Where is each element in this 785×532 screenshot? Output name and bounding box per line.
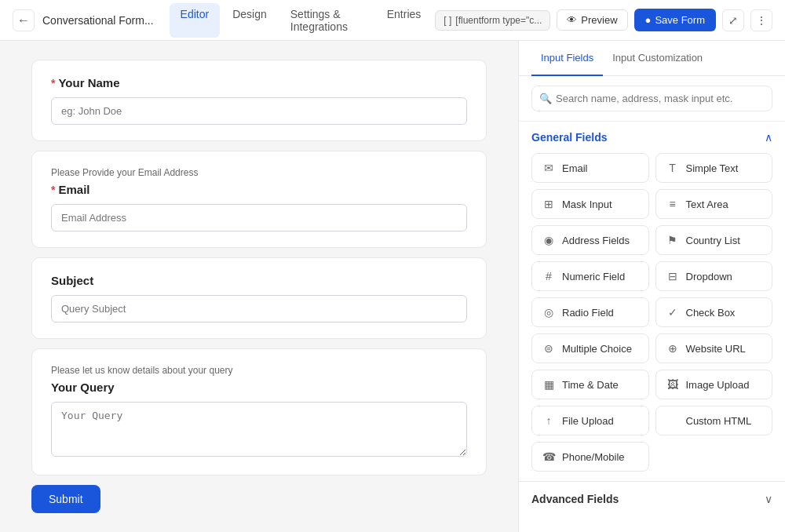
save-label: Save Form [655, 14, 705, 26]
field-icon-simple-text: T [666, 162, 680, 174]
field-label-query: Your Query [51, 381, 467, 394]
field-label-website-url: Website URL [686, 343, 746, 355]
field-label-custom-html: Custom HTML [686, 415, 752, 427]
search-input[interactable] [531, 86, 772, 111]
save-icon: ● [645, 14, 652, 26]
field-label-time-date: Time & Date [562, 379, 619, 391]
general-fields-header[interactable]: General Fields ∧ [531, 131, 772, 144]
field-icon-time-date: ▦ [542, 378, 556, 391]
field-label-radio-field: Radio Field [562, 307, 614, 319]
field-label-numeric-field: Numeric Field [562, 271, 625, 282]
tab-input-fields[interactable]: Input Fields [531, 41, 603, 76]
field-icon-check-box: ✓ [666, 306, 680, 319]
field-label-subject: Subject [51, 274, 467, 287]
field-label-check-box: Check Box [686, 307, 736, 319]
nav-tab-settings-&-integrations[interactable]: Settings & Integrations [279, 3, 374, 38]
back-icon: ← [17, 13, 30, 27]
field-item-mask-input[interactable]: ⊞ Mask Input [531, 189, 649, 219]
field-item-multiple-choice[interactable]: ⊜ Multiple Choice [531, 333, 649, 363]
field-item-check-box[interactable]: ✓ Check Box [655, 297, 773, 327]
field-item-country-list[interactable]: ⚑ Country List [655, 225, 773, 255]
field-item-dropdown[interactable]: ⊟ Dropdown [655, 261, 773, 291]
field-label-email: Email [562, 162, 588, 174]
field-input-name[interactable] [51, 97, 467, 125]
tab-input-customization[interactable]: Input Customization [603, 41, 712, 76]
expand-icon-glyph: ⤢ [728, 14, 738, 27]
field-label-multiple-choice: Multiple Choice [562, 343, 632, 355]
nav-tab-entries[interactable]: Entries [376, 3, 433, 38]
field-item-simple-text[interactable]: T Simple Text [655, 153, 773, 183]
preview-button[interactable]: 👁 Preview [557, 9, 627, 31]
preview-icon: 👁 [567, 14, 577, 26]
general-fields-title: General Fields [531, 131, 607, 144]
fields-grid: ✉ Email T Simple Text ⊞ Mask Input ≡ Tex… [531, 153, 772, 472]
top-nav: ← Conversational Form... EditorDesignSet… [0, 0, 785, 41]
panel-tabs: Input Fields Input Customization [519, 41, 785, 76]
form-card-email: Please Provide your Email Address*Email [31, 151, 487, 248]
field-input-subject[interactable] [51, 295, 467, 322]
shortcode-text: [fluentform type="c... [455, 15, 542, 26]
field-label-simple-text: Simple Text [686, 162, 739, 174]
search-icon: 🔍 [539, 93, 552, 104]
shortcode-icon: [ ] [444, 15, 451, 26]
field-label-image-upload: Image Upload [686, 379, 750, 391]
field-label-address-fields: Address Fields [562, 235, 630, 246]
nav-right: [ ] [fluentform type="c... 👁 Preview ● S… [435, 9, 772, 31]
field-icon-image-upload: 🖼 [666, 378, 680, 391]
preview-label: Preview [581, 14, 617, 26]
required-star-email: * [51, 184, 55, 196]
advanced-fields-section[interactable]: Advanced Fields ∨ [519, 481, 785, 516]
nav-back-button[interactable]: ← [13, 9, 35, 31]
field-icon-address-fields: ◉ [542, 234, 556, 246]
field-input-email[interactable] [51, 204, 467, 231]
nav-tab-design[interactable]: Design [221, 3, 278, 38]
form-card-name: *Your Name [31, 60, 487, 141]
field-item-numeric-field[interactable]: # Numeric Field [531, 261, 649, 291]
field-input-query[interactable] [51, 402, 467, 457]
nav-tabs: EditorDesignSettings & IntegrationsEntri… [170, 3, 433, 38]
field-icon-radio-field: ◎ [542, 306, 556, 319]
field-icon-numeric-field: # [542, 270, 556, 282]
field-item-custom-html[interactable]: Custom HTML [655, 406, 773, 435]
field-label-email: *Email [51, 183, 467, 196]
general-fields-chevron: ∧ [765, 131, 772, 144]
nav-title: Conversational Form... [42, 14, 154, 27]
field-icon-email: ✉ [542, 162, 556, 174]
required-star-name: * [51, 77, 55, 89]
field-item-address-fields[interactable]: ◉ Address Fields [531, 225, 649, 255]
field-label-text-area: Text Area [686, 199, 728, 210]
form-card-subject: Subject [31, 257, 487, 339]
more-options-button[interactable]: ⋮ [750, 9, 772, 31]
field-item-radio-field[interactable]: ◎ Radio Field [531, 297, 649, 327]
field-label-phone-mobile: Phone/Mobile [562, 451, 625, 463]
save-form-button[interactable]: ● Save Form [634, 9, 716, 31]
field-item-image-upload[interactable]: 🖼 Image Upload [655, 370, 773, 399]
input-fields-panel: Input Fields Input Customization 🔍 Gener… [518, 41, 785, 532]
field-item-time-date[interactable]: ▦ Time & Date [531, 370, 649, 399]
field-label-dropdown: Dropdown [686, 271, 732, 282]
submit-button[interactable]: Submit [31, 485, 100, 513]
field-icon-website-url: ⊕ [666, 342, 680, 355]
field-item-file-upload[interactable]: ↑ File Upload [531, 406, 649, 435]
field-item-website-url[interactable]: ⊕ Website URL [655, 333, 773, 363]
field-label-name: *Your Name [51, 76, 467, 89]
advanced-fields-chevron: ∨ [765, 493, 772, 505]
field-item-phone-mobile[interactable]: ☎ Phone/Mobile [531, 442, 649, 472]
field-label-country-list: Country List [686, 235, 740, 246]
panel-search: 🔍 [519, 76, 785, 122]
field-label-mask-input: Mask Input [562, 199, 612, 210]
field-item-email[interactable]: ✉ Email [531, 153, 649, 183]
form-builder: *Your NamePlease Provide your Email Addr… [0, 41, 518, 532]
nav-tab-editor[interactable]: Editor [170, 3, 221, 38]
field-icon-text-area: ≡ [666, 198, 680, 210]
field-icon-multiple-choice: ⊜ [542, 342, 556, 355]
field-icon-dropdown: ⊟ [666, 270, 680, 282]
field-item-text-area[interactable]: ≡ Text Area [655, 189, 773, 219]
shortcode-button[interactable]: [ ] [fluentform type="c... [435, 10, 550, 31]
field-icon-file-upload: ↑ [542, 414, 556, 427]
field-icon-country-list: ⚑ [666, 234, 680, 246]
expand-button[interactable]: ⤢ [722, 9, 744, 31]
field-icon-phone-mobile: ☎ [542, 450, 556, 463]
advanced-fields-title: Advanced Fields [531, 493, 619, 505]
general-fields-section: General Fields ∧ ✉ Email T Simple Text ⊞… [519, 122, 785, 481]
